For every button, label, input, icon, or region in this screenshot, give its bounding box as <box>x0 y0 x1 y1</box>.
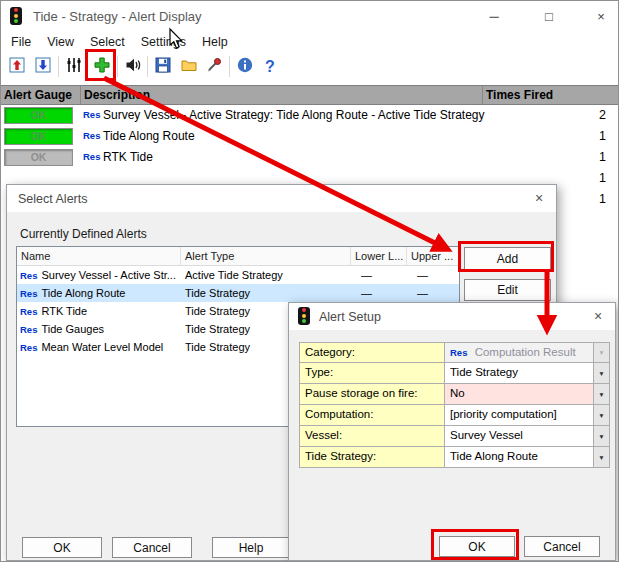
alert-name: Tide Along Route <box>41 287 125 299</box>
traffic-light-icon <box>298 307 310 325</box>
cancel-button[interactable]: Cancel <box>112 537 192 558</box>
help-button[interactable]: Help <box>212 537 290 558</box>
type-value: Tide Strategy <box>450 366 518 378</box>
section-label: Currently Defined Alerts <box>20 227 147 241</box>
alert-table-header: Alert Gauge Description Times Fired <box>1 85 619 105</box>
info-button[interactable] <box>233 53 257 80</box>
display-up-button[interactable] <box>5 53 29 80</box>
ok-button[interactable]: OK <box>439 536 515 557</box>
chevron-down-icon[interactable]: ▼ <box>593 405 609 425</box>
res-tag: Res <box>83 130 100 141</box>
computation-select[interactable]: [priority computation] ▼ <box>445 405 610 426</box>
column-header-lower-limit[interactable]: Lower L... <box>351 247 407 265</box>
res-tag: Res <box>20 288 37 299</box>
times-fired-value: 1 <box>599 189 606 210</box>
help-button[interactable]: ? <box>258 53 282 80</box>
times-fired-value: 1 <box>599 168 606 189</box>
alert-row[interactable]: OK Res RTK Tide 1 <box>1 147 619 168</box>
res-tag: Res <box>83 151 100 162</box>
minimize-button[interactable]: ─ <box>483 7 505 27</box>
chevron-down-icon[interactable]: ▼ <box>593 363 609 383</box>
vessel-select[interactable]: Survey Vessel ▼ <box>445 426 610 447</box>
green-plus-icon <box>93 56 111 78</box>
save-button[interactable] <box>151 53 175 80</box>
alert-type: Tide Strategy <box>181 287 351 299</box>
pushpin-icon <box>205 56 223 78</box>
status-badge: OK <box>4 107 73 124</box>
field-label-computation: Computation: <box>299 405 445 426</box>
res-tag: Res <box>20 324 37 335</box>
status-badge: OK <box>4 128 73 145</box>
alert-display-window: Tide - Strategy - Alert Display ─ □ × Fi… <box>0 0 619 562</box>
menu-view[interactable]: View <box>39 31 82 53</box>
display-down-button[interactable] <box>31 53 55 80</box>
menu-select[interactable]: Select <box>82 31 133 53</box>
res-tag: Res <box>83 109 100 120</box>
field-label-category: Category: <box>299 342 445 363</box>
menu-file[interactable]: File <box>3 31 39 53</box>
info-icon <box>236 56 254 78</box>
res-tag: Res <box>20 270 37 281</box>
close-button[interactable]: × <box>590 7 612 27</box>
ok-button[interactable]: OK <box>22 537 102 558</box>
chevron-down-icon[interactable]: ▼ <box>593 447 609 467</box>
titlebar: Tide - Strategy - Alert Display ─ □ × <box>1 1 618 31</box>
alert-type: Active Tide Strategy <box>181 269 351 281</box>
toolbar: ? <box>1 52 618 82</box>
sound-button[interactable] <box>121 53 145 80</box>
category-value: Computation Result <box>475 346 576 358</box>
alert-description: Survey Vessel - Active Strategy: Tide Al… <box>103 105 485 126</box>
category-select[interactable]: Res Computation Result ▼ <box>445 342 610 363</box>
alert-row[interactable]: OK Res Survey Vessel - Active Strategy: … <box>1 105 619 126</box>
pin-alert-button[interactable] <box>202 53 226 80</box>
list-item-selected[interactable]: ResTide Along Route Tide Strategy — — <box>17 284 459 302</box>
alert-description: RTK Tide <box>103 147 153 168</box>
open-folder-button[interactable] <box>177 53 201 80</box>
menubar: File View Select Settings Help <box>3 31 236 53</box>
edit-button[interactable]: Edit <box>464 279 551 301</box>
folder-icon <box>180 56 198 78</box>
field-label-vessel: Vessel: <box>299 426 445 447</box>
times-fired-value: 2 <box>599 105 606 126</box>
type-select[interactable]: Tide Strategy ▼ <box>445 363 610 384</box>
alert-name: Survey Vessel - Active Str... <box>41 269 176 281</box>
alert-row[interactable]: OK Res Tide Along Route 1 <box>1 126 619 147</box>
res-tag: Res <box>20 342 37 353</box>
alert-setup-dialog: Alert Setup × Category: Res Computation … <box>288 302 616 561</box>
computation-value: [priority computation] <box>450 408 557 420</box>
maximize-button[interactable]: □ <box>538 7 560 27</box>
column-header-upper-limit[interactable]: Upper ... <box>407 247 459 265</box>
dialog-titlebar: Select Alerts × <box>7 185 556 212</box>
window-up-arrow-icon <box>8 56 26 78</box>
close-icon[interactable]: × <box>586 307 610 326</box>
column-header-alert-type[interactable]: Alert Type <box>181 247 351 265</box>
column-header-alert-gauge[interactable]: Alert Gauge <box>1 86 81 104</box>
alert-name: Tide Gauges <box>41 323 104 335</box>
chevron-down-icon[interactable]: ▼ <box>593 426 609 446</box>
add-alert-button[interactable] <box>90 53 114 80</box>
cancel-button[interactable]: Cancel <box>524 536 600 557</box>
column-header-times-fired[interactable]: Times Fired <box>483 86 619 104</box>
close-icon[interactable]: × <box>527 189 551 208</box>
filter-settings-button[interactable] <box>62 53 86 80</box>
chevron-down-icon[interactable]: ▼ <box>593 384 609 404</box>
pause-storage-select[interactable]: No ▼ <box>445 384 610 405</box>
field-label-type: Type: <box>299 363 445 384</box>
status-badge: OK <box>4 149 73 166</box>
column-header-name[interactable]: Name <box>17 247 181 265</box>
question-mark-icon: ? <box>265 58 275 76</box>
menu-settings[interactable]: Settings <box>133 31 194 53</box>
menu-help[interactable]: Help <box>194 31 236 53</box>
list-item[interactable]: ResSurvey Vessel - Active Str... Active … <box>17 266 459 284</box>
alert-description: Tide Along Route <box>103 126 195 147</box>
field-label-tide-strategy: Tide Strategy: <box>299 447 445 468</box>
dialog-title: Alert Setup <box>319 310 381 324</box>
chevron-down-icon[interactable]: ▼ <box>593 343 609 362</box>
tide-strategy-value: Tide Along Route <box>450 450 538 462</box>
window-down-arrow-icon <box>34 56 52 78</box>
add-button[interactable]: Add <box>464 247 551 270</box>
traffic-light-icon <box>10 7 22 25</box>
tide-strategy-select[interactable]: Tide Along Route ▼ <box>445 447 610 468</box>
times-fired-value: 1 <box>599 126 606 147</box>
column-header-description[interactable]: Description <box>81 86 483 104</box>
